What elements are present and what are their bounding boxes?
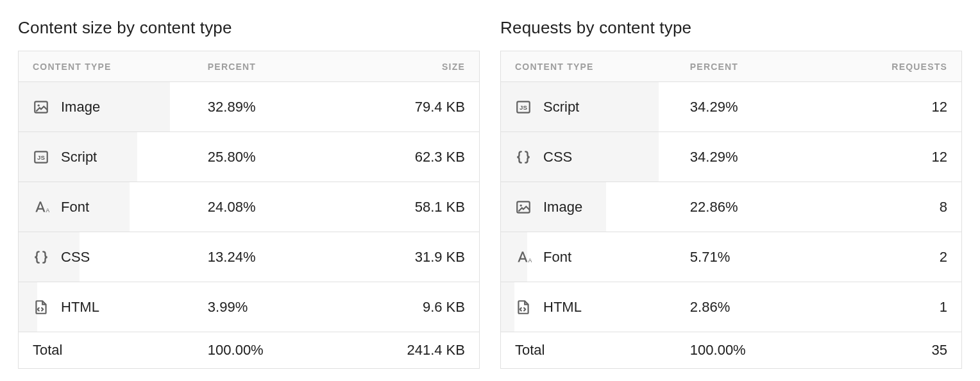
svg-text:A: A (46, 207, 49, 213)
percent-value: 13.24% (194, 249, 341, 266)
total-requests: 35 (824, 342, 961, 359)
content-type-label: HTML (61, 299, 99, 316)
col-size: SIZE (341, 62, 479, 72)
content-type-label: Image (61, 99, 100, 115)
size-value: 58.1 KB (341, 199, 479, 216)
table-row: Image 32.89% 79.4 KB (19, 82, 479, 132)
table-row: Image 22.86% 8 (501, 182, 961, 232)
script-icon: JS (33, 149, 49, 165)
panel-title: Content size by content type (18, 18, 480, 38)
svg-text:JS: JS (520, 104, 527, 111)
percent-value: 5.71% (676, 249, 824, 266)
percent-value: 32.89% (194, 99, 341, 115)
percent-value: 2.86% (676, 299, 824, 316)
col-content-type: CONTENT TYPE (501, 62, 676, 72)
html-icon (33, 299, 49, 316)
percent-value: 24.08% (194, 199, 341, 216)
font-icon: A (515, 249, 532, 266)
svg-point-8 (520, 204, 522, 206)
table-total-row: Total 100.00% 35 (501, 332, 961, 368)
html-icon (515, 299, 532, 316)
content-type-label: Font (61, 199, 89, 216)
total-percent: 100.00% (676, 342, 824, 359)
table-row: JS Script 25.80% 62.3 KB (19, 132, 479, 182)
content-type-label: Image (543, 199, 582, 216)
content-type-label: Font (543, 249, 571, 266)
content-size-panel: Content size by content type CONTENT TYP… (18, 18, 480, 369)
content-type-label: Script (543, 99, 579, 115)
requests-value: 12 (824, 149, 961, 165)
table-total-row: Total 100.00% 241.4 KB (19, 332, 479, 368)
requests-value: 8 (824, 199, 961, 216)
script-icon: JS (515, 99, 532, 115)
size-value: 9.6 KB (341, 299, 479, 316)
requests-value: 2 (824, 249, 961, 266)
table-header: CONTENT TYPE PERCENT SIZE (19, 51, 479, 82)
content-type-label: HTML (543, 299, 582, 316)
css-icon (33, 249, 49, 266)
requests-value: 1 (824, 299, 961, 316)
table-row: HTML 3.99% 9.6 KB (19, 282, 479, 332)
svg-text:A: A (528, 257, 532, 263)
table-row: CSS 13.24% 31.9 KB (19, 232, 479, 282)
svg-point-1 (38, 104, 40, 106)
content-type-label: CSS (543, 149, 572, 165)
table-row: JS Script 34.29% 12 (501, 82, 961, 132)
size-value: 31.9 KB (341, 249, 479, 266)
content-type-label: Script (61, 149, 97, 165)
content-type-label: CSS (61, 249, 90, 266)
requests-table: CONTENT TYPE PERCENT REQUESTS JS Script … (500, 51, 962, 369)
col-requests: REQUESTS (824, 62, 961, 72)
total-label: Total (501, 342, 676, 359)
percent-value: 3.99% (194, 299, 341, 316)
content-size-table: CONTENT TYPE PERCENT SIZE Image 32.89% 7… (18, 51, 480, 369)
percent-value: 25.80% (194, 149, 341, 165)
total-percent: 100.00% (194, 342, 341, 359)
font-icon: A (33, 199, 49, 216)
size-value: 79.4 KB (341, 99, 479, 115)
css-icon (515, 149, 532, 165)
table-header: CONTENT TYPE PERCENT REQUESTS (501, 51, 961, 82)
table-row: CSS 34.29% 12 (501, 132, 961, 182)
image-icon (515, 199, 532, 216)
col-content-type: CONTENT TYPE (19, 62, 194, 72)
col-percent: PERCENT (676, 62, 824, 72)
svg-text:JS: JS (37, 154, 45, 161)
total-label: Total (19, 342, 194, 359)
requests-value: 12 (824, 99, 961, 115)
percent-value: 34.29% (676, 99, 824, 115)
col-percent: PERCENT (194, 62, 341, 72)
image-icon (33, 99, 49, 115)
size-value: 62.3 KB (341, 149, 479, 165)
table-row: A Font 24.08% 58.1 KB (19, 182, 479, 232)
percent-value: 22.86% (676, 199, 824, 216)
percent-value: 34.29% (676, 149, 824, 165)
total-size: 241.4 KB (341, 342, 479, 359)
table-row: HTML 2.86% 1 (501, 282, 961, 332)
table-row: A Font 5.71% 2 (501, 232, 961, 282)
requests-panel: Requests by content type CONTENT TYPE PE… (500, 18, 962, 369)
panel-title: Requests by content type (500, 18, 962, 38)
